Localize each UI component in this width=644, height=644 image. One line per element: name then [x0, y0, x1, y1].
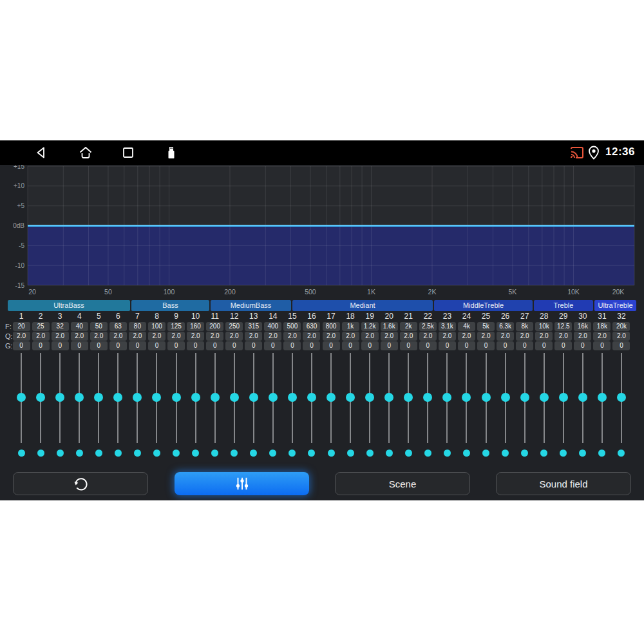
- slider-knob[interactable]: [152, 393, 161, 402]
- gain-value[interactable]: 0: [381, 341, 398, 350]
- gain-value[interactable]: 0: [477, 341, 495, 350]
- slider-indicator-dot[interactable]: [95, 450, 102, 457]
- q-value[interactable]: 2.0: [148, 332, 166, 341]
- recents-icon[interactable]: [120, 145, 136, 160]
- gain-value[interactable]: 0: [109, 341, 127, 350]
- band-segment-mediant[interactable]: Mediant: [292, 300, 433, 311]
- gain-value[interactable]: 0: [303, 341, 320, 350]
- frequency-value[interactable]: 630: [303, 322, 320, 331]
- gain-value[interactable]: 0: [90, 341, 108, 350]
- frequency-value[interactable]: 800: [323, 322, 340, 331]
- gain-value[interactable]: 0: [497, 341, 514, 350]
- slider-indicator-dot[interactable]: [405, 450, 412, 457]
- frequency-value[interactable]: 8k: [516, 322, 533, 331]
- slider-knob[interactable]: [230, 393, 239, 402]
- slider-knob[interactable]: [249, 393, 258, 402]
- slider-knob[interactable]: [598, 393, 607, 402]
- gain-value[interactable]: 0: [264, 341, 281, 350]
- slider-knob[interactable]: [327, 393, 336, 402]
- frequency-value[interactable]: 1k: [342, 322, 359, 331]
- q-value[interactable]: 2.0: [554, 332, 572, 341]
- frequency-value[interactable]: 18k: [593, 322, 611, 331]
- gain-value[interactable]: 0: [593, 341, 611, 350]
- frequency-value[interactable]: 6.3k: [497, 322, 514, 331]
- frequency-value[interactable]: 160: [187, 322, 204, 331]
- frequency-value[interactable]: 125: [167, 322, 185, 331]
- frequency-value[interactable]: 4k: [458, 322, 475, 331]
- slider-indicator-dot[interactable]: [579, 450, 586, 457]
- slider-indicator-dot[interactable]: [173, 450, 180, 457]
- slider-indicator-dot[interactable]: [328, 450, 335, 457]
- gain-value[interactable]: 0: [535, 341, 553, 350]
- slider-knob[interactable]: [365, 393, 374, 402]
- band-segment-mediumbass[interactable]: MediumBass: [211, 300, 291, 311]
- q-value[interactable]: 2.0: [419, 332, 437, 341]
- slider-indicator-dot[interactable]: [37, 450, 44, 457]
- back-icon[interactable]: [34, 145, 50, 160]
- q-value[interactable]: 2.0: [90, 332, 108, 341]
- frequency-value[interactable]: 500: [283, 322, 301, 331]
- slider-indicator-dot[interactable]: [308, 450, 315, 457]
- frequency-value[interactable]: 2k: [400, 322, 417, 331]
- slider-indicator-dot[interactable]: [76, 450, 83, 457]
- slider-indicator-dot[interactable]: [560, 450, 567, 457]
- home-icon[interactable]: [78, 145, 93, 160]
- q-value[interactable]: 2.0: [361, 332, 379, 341]
- slider-indicator-dot[interactable]: [540, 450, 547, 457]
- slider-indicator-dot[interactable]: [482, 450, 489, 457]
- gain-value[interactable]: 0: [148, 341, 166, 350]
- q-value[interactable]: 2.0: [32, 332, 50, 341]
- slider-knob[interactable]: [191, 393, 200, 402]
- slider-knob[interactable]: [482, 393, 491, 402]
- q-value[interactable]: 2.0: [71, 332, 88, 341]
- slider-knob[interactable]: [36, 393, 45, 402]
- slider-knob[interactable]: [540, 393, 549, 402]
- band-segment-middletreble[interactable]: MiddleTreble: [434, 300, 533, 311]
- slider-indicator-dot[interactable]: [386, 450, 393, 457]
- q-value[interactable]: 2.0: [109, 332, 127, 341]
- frequency-value[interactable]: 12.5: [554, 322, 572, 331]
- gain-value[interactable]: 0: [225, 341, 243, 350]
- slider-knob[interactable]: [269, 393, 278, 402]
- reset-button[interactable]: [13, 472, 148, 495]
- band-segment-treble[interactable]: Treble: [534, 300, 593, 311]
- gain-value[interactable]: 0: [342, 341, 359, 350]
- slider-knob[interactable]: [501, 393, 510, 402]
- gain-value[interactable]: 0: [187, 341, 204, 350]
- slider-knob[interactable]: [55, 393, 64, 402]
- frequency-value[interactable]: 80: [129, 322, 146, 331]
- sound-field-button[interactable]: Sound field: [496, 472, 631, 495]
- frequency-value[interactable]: 5k: [477, 322, 495, 331]
- q-value[interactable]: 2.0: [612, 332, 630, 341]
- gain-value[interactable]: 0: [516, 341, 533, 350]
- slider-indicator-dot[interactable]: [424, 450, 431, 457]
- q-value[interactable]: 2.0: [497, 332, 514, 341]
- gain-value[interactable]: 0: [167, 341, 185, 350]
- gain-value[interactable]: 0: [323, 341, 340, 350]
- gain-value[interactable]: 0: [129, 341, 146, 350]
- slider-knob[interactable]: [133, 393, 142, 402]
- q-value[interactable]: 2.0: [381, 332, 398, 341]
- equalizer-button[interactable]: [175, 472, 309, 495]
- slider-knob[interactable]: [617, 393, 626, 402]
- slider-indicator-dot[interactable]: [598, 450, 605, 457]
- slider-knob[interactable]: [172, 393, 181, 402]
- gain-value[interactable]: 0: [71, 341, 88, 350]
- q-value[interactable]: 2.0: [535, 332, 553, 341]
- slider-indicator-dot[interactable]: [57, 450, 64, 457]
- frequency-value[interactable]: 1.6k: [381, 322, 398, 331]
- slider-indicator-dot[interactable]: [115, 450, 122, 457]
- slider-knob[interactable]: [75, 393, 84, 402]
- q-value[interactable]: 2.0: [13, 332, 30, 341]
- slider-indicator-dot[interactable]: [192, 450, 199, 457]
- gain-value[interactable]: 0: [458, 341, 475, 350]
- frequency-value[interactable]: 20: [13, 322, 30, 331]
- slider-indicator-dot[interactable]: [134, 450, 141, 457]
- slider-indicator-dot[interactable]: [289, 450, 296, 457]
- gain-value[interactable]: 0: [361, 341, 379, 350]
- slider-indicator-dot[interactable]: [18, 450, 25, 457]
- slider-knob[interactable]: [307, 393, 316, 402]
- slider-knob[interactable]: [442, 393, 451, 402]
- gain-value[interactable]: 0: [283, 341, 301, 350]
- q-value[interactable]: 2.0: [593, 332, 611, 341]
